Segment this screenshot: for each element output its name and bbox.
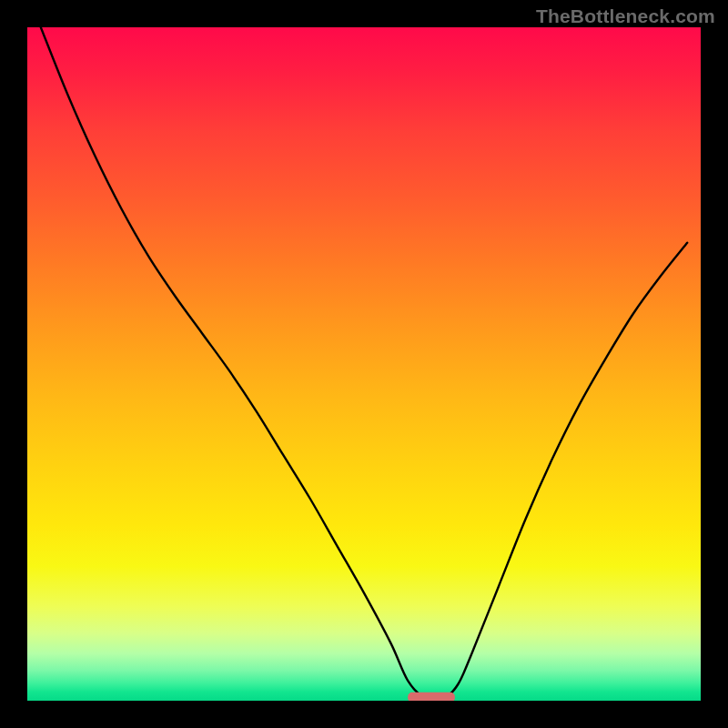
bottleneck-curve <box>41 27 687 699</box>
optimal-marker <box>408 693 455 701</box>
curve-layer <box>27 27 701 701</box>
plot-area <box>27 27 701 701</box>
chart-frame: TheBottleneck.com <box>0 0 728 728</box>
watermark-label: TheBottleneck.com <box>536 5 715 27</box>
